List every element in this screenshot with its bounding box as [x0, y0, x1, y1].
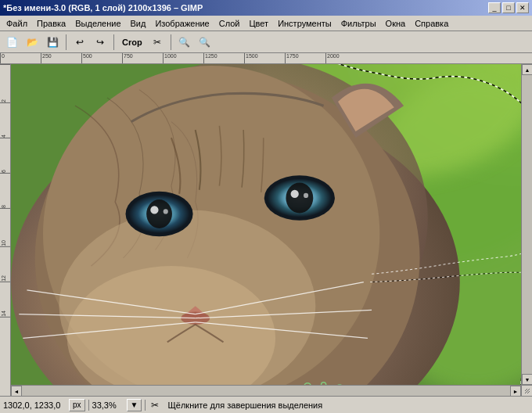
- scroll-vertical-track[interactable]: [522, 75, 532, 374]
- menu-color[interactable]: Цвет: [244, 17, 273, 30]
- toolbar-zoom-out-btn[interactable]: 🔍: [196, 34, 214, 51]
- toolbar-separator-1: [66, 34, 66, 50]
- main-area: 0 250 500 750 1000 1250 1500 1750 2000 2…: [0, 53, 532, 396]
- menu-edit[interactable]: Правка: [32, 17, 70, 30]
- toolbar-separator-2: [113, 34, 114, 50]
- ruler-top: 0 250 500 750 1000 1250 1500 1750 2000: [0, 53, 532, 64]
- scrollbar-vertical[interactable]: ▲ ▼: [521, 64, 532, 385]
- toolbar-open-btn[interactable]: 📂: [23, 34, 41, 51]
- canvas-wrapper: 0 250 500 750 1000 1250 1500 1750 2000 2…: [0, 53, 532, 396]
- ruler-mark-1250: 1250: [203, 53, 217, 63]
- scroll-right-button[interactable]: ►: [510, 386, 521, 396]
- svg-point-12: [146, 199, 172, 228]
- minimize-button[interactable]: _: [488, 2, 501, 13]
- toolbar-crop-btn[interactable]: ✂: [149, 34, 166, 51]
- svg-point-14: [164, 209, 168, 214]
- cat-svg: [11, 64, 532, 396]
- image-canvas[interactable]: [11, 64, 532, 396]
- ruler-mark-2000: 2000: [325, 53, 340, 63]
- toolbar-separator-3: [171, 34, 171, 50]
- menu-image[interactable]: Изображение: [150, 17, 214, 30]
- ruler-mark-250: 250: [41, 53, 52, 63]
- ruler-vmark-4: 4: [0, 135, 10, 138]
- maximize-button[interactable]: □: [502, 2, 515, 13]
- menu-filters[interactable]: Фильтры: [336, 17, 381, 30]
- close-button[interactable]: ✕: [516, 2, 529, 13]
- ruler-vmark-10: 10: [0, 240, 10, 247]
- scroll-left-button[interactable]: ◄: [11, 386, 22, 396]
- status-coordinates: 1302,0, 1233,0: [3, 400, 66, 410]
- status-tool-icon: ✂: [149, 399, 161, 411]
- scroll-horizontal-track[interactable]: [22, 386, 510, 396]
- menu-select[interactable]: Выделение: [70, 17, 125, 30]
- canvas-container[interactable]: [11, 64, 532, 396]
- ruler-mark-750: 750: [122, 53, 133, 63]
- toolbar-zoom-in-btn[interactable]: 🔍: [176, 34, 193, 51]
- menu-tools[interactable]: Инструменты: [273, 17, 336, 30]
- svg-point-19: [304, 193, 308, 198]
- status-bar: 1302,0, 1233,0 px 33,3% ▼ ✂ Щёлкните для…: [0, 396, 532, 413]
- scrollbar-horizontal[interactable]: ◄ ►: [11, 385, 521, 396]
- toolbar-new-btn[interactable]: 📄: [3, 34, 20, 51]
- scroll-up-button[interactable]: ▲: [522, 64, 532, 75]
- scroll-down-button[interactable]: ▼: [522, 374, 532, 385]
- menu-bar: Файл Правка Выделение Вид Изображение Сл…: [0, 16, 532, 31]
- menu-layer[interactable]: Слой: [214, 17, 245, 30]
- ruler-mark-500: 500: [81, 53, 92, 63]
- status-message: Щёлкните для завершения выделения: [164, 400, 529, 410]
- toolbar-save-btn[interactable]: 💾: [44, 34, 61, 51]
- toolbar: 📄 📂 💾 ↩ ↪ Crop ✂ 🔍 🔍: [0, 31, 532, 53]
- status-unit-button[interactable]: px: [69, 399, 85, 411]
- window-title: *Без имени-3.0 (RGB, 1 слой) 2100x1396 –…: [3, 3, 203, 13]
- corner-icon: [522, 386, 532, 396]
- menu-file[interactable]: Файл: [2, 17, 32, 30]
- toolbar-undo-btn[interactable]: ↩: [71, 34, 88, 51]
- ruler-mark-1750: 1750: [285, 53, 299, 63]
- ruler-mark-1000: 1000: [163, 53, 177, 63]
- ruler-vmark-8: 8: [0, 205, 10, 209]
- title-bar: *Без имени-3.0 (RGB, 1 слой) 2100x1396 –…: [0, 0, 532, 16]
- ruler-left: 2 4 6 8 10 12 14: [0, 64, 11, 396]
- menu-help[interactable]: Справка: [410, 17, 453, 30]
- ruler-mark-1500: 1500: [244, 53, 258, 63]
- toolbar-redo-btn[interactable]: ↪: [92, 34, 109, 51]
- ruler-vmark-12: 12: [0, 275, 10, 282]
- menu-view[interactable]: Вид: [126, 17, 151, 30]
- scrollbar-corner: [521, 385, 532, 396]
- status-zoom-button[interactable]: ▼: [127, 399, 142, 411]
- svg-point-17: [286, 183, 313, 214]
- ruler-vmark-14: 14: [0, 311, 10, 318]
- crop-label: Crop: [119, 38, 146, 47]
- svg-point-13: [150, 206, 158, 214]
- ruler-vmark-0: [0, 64, 10, 65]
- status-separator-1: [88, 400, 89, 411]
- status-zoom-value: 33,3%: [92, 400, 124, 410]
- ruler-vmark-6: 6: [0, 170, 10, 174]
- ruler-mark-0: 0: [0, 53, 5, 63]
- status-separator-2: [145, 400, 146, 411]
- ruler-vmark-2: 2: [0, 99, 10, 103]
- menu-windows[interactable]: Окна: [381, 17, 411, 30]
- svg-point-18: [291, 190, 299, 198]
- window-controls: _ □ ✕: [488, 2, 529, 13]
